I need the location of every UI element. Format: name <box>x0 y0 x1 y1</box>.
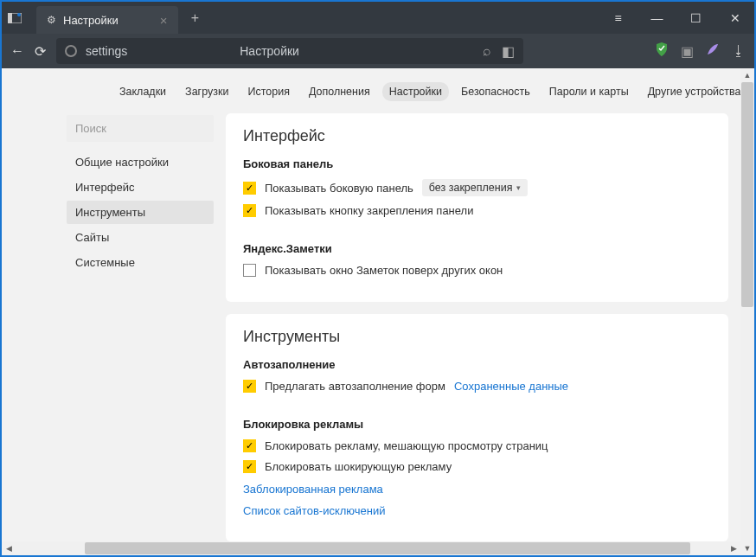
horizontal-scrollbar[interactable]: ◀ ▶ <box>2 541 740 555</box>
side-panel-label: Боковая панель <box>243 157 711 170</box>
scroll-h-thumb[interactable] <box>85 542 690 554</box>
settings-tabs-nav: Закладки Загрузки История Дополнения Нас… <box>2 68 754 113</box>
sidebar-item-system[interactable]: Системные <box>67 251 214 274</box>
sidebar-item-general[interactable]: Общие настройки <box>67 150 214 174</box>
dropdown-value: без закрепления <box>429 182 513 194</box>
protection-icon[interactable] <box>655 42 669 61</box>
url-text: settings <box>86 44 127 58</box>
checkbox-block-shocking[interactable]: ✓ <box>243 460 256 473</box>
window-maximize-button[interactable]: ☐ <box>676 2 715 34</box>
checkbox-show-sidepanel[interactable]: ✓ <box>243 182 256 195</box>
checkbox-notes-ontop[interactable] <box>243 264 256 277</box>
opt-show-pin-button: Показывать кнопку закрепления панели <box>265 204 473 217</box>
tab-close-button[interactable]: × <box>160 13 168 28</box>
sidepanel-mode-dropdown[interactable]: без закрепления ▾ <box>422 179 529 196</box>
autofill-label: Автозаполнение <box>243 358 711 371</box>
tab-bookmarks[interactable]: Закладки <box>112 82 173 101</box>
scroll-right-button[interactable]: ▶ <box>727 541 740 555</box>
scroll-down-button[interactable]: ▼ <box>740 541 754 555</box>
scroll-v-thumb[interactable] <box>741 82 753 307</box>
sidebar-item-tools[interactable]: Инструменты <box>67 201 214 224</box>
address-bar[interactable]: settings Настройки ⌕ ◧ <box>56 38 523 64</box>
chevron-down-icon: ▾ <box>516 183 521 192</box>
opt-autofill-forms: Предлагать автозаполнение форм <box>265 380 445 393</box>
tab-passwords[interactable]: Пароли и карты <box>542 82 636 101</box>
site-info-icon[interactable] <box>65 45 77 57</box>
new-tab-button[interactable]: + <box>183 10 208 26</box>
downloads-icon[interactable]: ⭳ <box>732 43 746 59</box>
checkbox-show-pin-button[interactable]: ✓ <box>243 204 256 217</box>
card-tools: Инструменты Автозаполнение ✓ Предлагать … <box>226 314 728 541</box>
card-tools-title: Инструменты <box>243 328 711 346</box>
page-title-in-bar: Настройки <box>240 44 299 58</box>
tab-security[interactable]: Безопасность <box>454 82 537 101</box>
sidebar-item-interface[interactable]: Интерфейс <box>67 176 214 199</box>
adblock-label: Блокировка рекламы <box>243 418 711 431</box>
notes-label: Яндекс.Заметки <box>243 242 711 255</box>
profile-icon[interactable]: ▣ <box>681 43 694 60</box>
back-button[interactable]: ← <box>10 43 24 59</box>
search-icon[interactable]: ⌕ <box>483 43 491 60</box>
checkbox-autofill-forms[interactable]: ✓ <box>243 380 256 393</box>
settings-sidebar: Поиск Общие настройки Интерфейс Инструме… <box>67 113 214 554</box>
tab-downloads[interactable]: Загрузки <box>178 82 235 101</box>
settings-search-input[interactable]: Поиск <box>67 115 214 142</box>
tab-devices[interactable]: Другие устройства <box>641 82 748 101</box>
tab-history[interactable]: История <box>240 82 296 101</box>
card-interface: Интерфейс Боковая панель ✓ Показывать бо… <box>226 113 728 302</box>
opt-notes-ontop: Показывать окно Заметок поверх других ок… <box>265 264 503 277</box>
tab-addons[interactable]: Дополнения <box>302 82 377 101</box>
tab-settings[interactable]: Настройки <box>382 82 449 101</box>
window-close-button[interactable]: ✕ <box>715 2 754 34</box>
link-blocked-ads[interactable]: Заблокированная реклама <box>243 483 383 496</box>
link-saved-data[interactable]: Сохраненные данные <box>454 380 568 393</box>
opt-block-shocking: Блокировать шокирующую рекламу <box>265 460 452 473</box>
feather-icon[interactable] <box>706 42 720 60</box>
app-menu-button[interactable]: ≡ <box>599 2 637 34</box>
scroll-up-button[interactable]: ▲ <box>740 68 754 82</box>
address-bar-row: ← ⟳ settings Настройки ⌕ ◧ ▣ ⭳ <box>2 34 754 68</box>
window-titlebar: ⚙ Настройки × + ≡ — ☐ ✕ <box>2 2 754 34</box>
gear-icon: ⚙ <box>47 14 56 26</box>
reload-button[interactable]: ⟳ <box>35 43 46 60</box>
opt-block-ads: Блокировать рекламу, мешающую просмотру … <box>265 439 548 452</box>
window-minimize-button[interactable]: — <box>637 2 676 34</box>
bookmark-icon[interactable]: ◧ <box>502 43 515 60</box>
svg-rect-1 <box>8 13 12 23</box>
svg-point-2 <box>17 13 21 16</box>
scroll-left-button[interactable]: ◀ <box>2 541 16 555</box>
link-exclusion-sites[interactable]: Список сайтов-исключений <box>243 504 385 517</box>
opt-show-sidepanel: Показывать боковую панель <box>265 182 413 195</box>
sidebar-toggle-icon[interactable] <box>2 13 28 23</box>
vertical-scrollbar[interactable]: ▲ ▼ <box>740 68 754 555</box>
tab-title: Настройки <box>63 14 119 27</box>
browser-tab[interactable]: ⚙ Настройки × <box>36 6 178 34</box>
checkbox-block-ads[interactable]: ✓ <box>243 439 256 452</box>
sidebar-item-sites[interactable]: Сайты <box>67 226 214 249</box>
card-interface-title: Интерфейс <box>243 127 711 145</box>
